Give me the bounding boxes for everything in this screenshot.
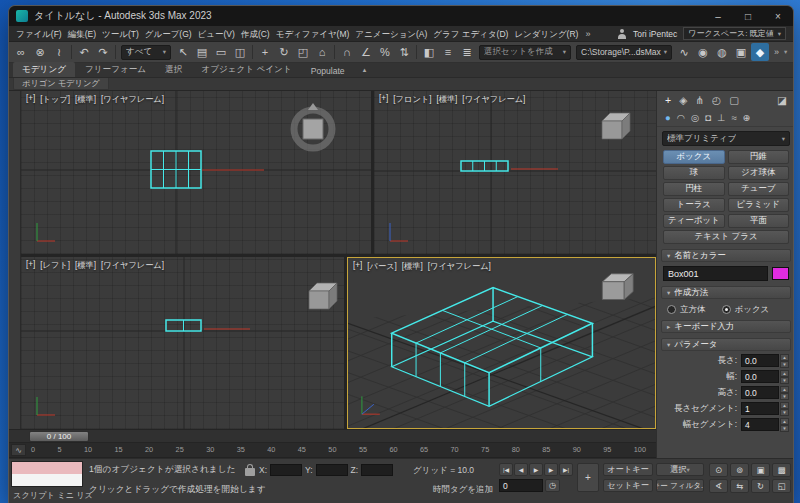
viewport-top-label-seg-0[interactable]: [+]: [26, 94, 35, 105]
spinner-up-icon[interactable]: ▲: [780, 402, 789, 409]
z-coordinate-field[interactable]: [361, 464, 393, 476]
viewport-top-canvas[interactable]: [21, 91, 371, 254]
zoom-extents-button[interactable]: ▣: [751, 463, 770, 477]
time-configuration-button[interactable]: ◷: [545, 479, 560, 492]
parameter-value-field[interactable]: 0.0: [741, 386, 779, 399]
select-and-rotate-icon[interactable]: ↻: [275, 43, 293, 61]
window-crossing-icon[interactable]: ◫: [231, 43, 249, 61]
motion-tab-icon[interactable]: ◴: [712, 94, 721, 106]
view-cube[interactable]: [602, 113, 630, 139]
add-time-tag[interactable]: 時間タグを追加: [433, 484, 493, 496]
align-icon[interactable]: ≡: [439, 43, 457, 61]
key-selection-set-dropdown[interactable]: 選択 ▾: [656, 463, 704, 476]
spinner-down-icon[interactable]: ▼: [780, 361, 789, 368]
spinner-arrows[interactable]: ▲▼: [780, 386, 789, 399]
minimize-button[interactable]: –: [703, 6, 733, 26]
view-cube[interactable]: [294, 103, 332, 148]
listener-row[interactable]: [12, 474, 82, 486]
object-type-button-5[interactable]: チューブ: [728, 182, 790, 196]
bind-to-space-warp-icon[interactable]: ≀: [50, 43, 68, 61]
creation-method-option-0[interactable]: 立方体: [667, 304, 706, 316]
ribbon-tab-0[interactable]: モデリング: [13, 62, 75, 77]
named-selection-set-dropdown[interactable]: 選択セットを作成 ▾: [479, 45, 571, 60]
previous-frame-button[interactable]: ◀: [514, 463, 528, 476]
select-and-place-icon[interactable]: ⌂: [313, 43, 331, 61]
menu-item-9[interactable]: レンダリング(R): [511, 26, 581, 42]
spinner-up-icon[interactable]: ▲: [780, 418, 789, 425]
modify-tab-icon[interactable]: ◈: [679, 94, 687, 106]
workspace-selector[interactable]: ワークスペース: 既定値 ▾: [683, 27, 786, 40]
geometry-category-icon[interactable]: ●: [665, 112, 671, 123]
zoom-button[interactable]: ⊙: [709, 463, 728, 477]
select-and-link-icon[interactable]: ∞: [12, 43, 30, 61]
menu-item-7[interactable]: アニメーション(A): [352, 26, 430, 42]
viewport-persp-label-seg-2[interactable]: [標準]: [402, 261, 423, 272]
maximize-button[interactable]: □: [733, 6, 763, 26]
object-type-button-1[interactable]: 円錐: [728, 150, 790, 164]
time-slider-handle[interactable]: 0 / 100: [29, 431, 89, 442]
rollout-parameters[interactable]: ▾ パラメータ: [661, 338, 791, 351]
maxscript-mini-listener[interactable]: [11, 461, 83, 487]
object-type-button-3[interactable]: ジオ球体: [728, 166, 790, 180]
viewport-top-label-seg-1[interactable]: [トップ]: [40, 94, 70, 105]
creation-method-option-1[interactable]: ボックス: [722, 304, 770, 316]
spinner-up-icon[interactable]: ▲: [780, 370, 789, 377]
box-wireframe-top[interactable]: [151, 151, 201, 188]
zoom-extents-all-button[interactable]: ▩: [772, 463, 791, 477]
redo-icon[interactable]: ↷: [94, 43, 112, 61]
rollout-creation-method[interactable]: ▾ 作成方法: [661, 286, 791, 299]
ribbon-tab-4[interactable]: Populate: [302, 64, 354, 77]
ribbon-tab-2[interactable]: 選択: [156, 62, 191, 77]
hierarchy-tab-icon[interactable]: ⋔: [695, 94, 704, 106]
object-type-button-2[interactable]: 球: [663, 166, 725, 180]
view-cube[interactable]: [602, 274, 633, 300]
cameras-category-icon[interactable]: ◘: [705, 112, 711, 123]
object-type-button-10[interactable]: テキスト プラス: [663, 230, 789, 244]
select-by-name-icon[interactable]: ▤: [193, 43, 211, 61]
mirror-icon[interactable]: ◧: [420, 43, 438, 61]
next-frame-button[interactable]: ▶: [544, 463, 558, 476]
menu-item-5[interactable]: 作成(C): [238, 26, 273, 42]
signed-in-user[interactable]: Tori iPentec: [633, 29, 677, 39]
utilities-tab-icon[interactable]: ◪: [777, 94, 787, 106]
spinner-arrows[interactable]: ▲▼: [780, 402, 789, 415]
ribbon-tab-3[interactable]: オブジェクト ペイント: [192, 62, 300, 77]
key-mode-toggle-button[interactable]: +: [577, 463, 599, 492]
viewport-left-canvas[interactable]: [21, 257, 344, 429]
curve-editor-icon[interactable]: ∿: [675, 43, 693, 61]
y-coordinate-field[interactable]: [316, 464, 348, 476]
x-coordinate-field[interactable]: [270, 464, 302, 476]
viewport-front-label-seg-3[interactable]: [ワイヤフレーム]: [462, 94, 525, 105]
systems-category-icon[interactable]: ⊕: [743, 112, 751, 123]
ribbon-tab-1[interactable]: フリーフォーム: [76, 62, 155, 77]
unlink-selection-icon[interactable]: ⊗: [31, 43, 49, 61]
select-and-scale-icon[interactable]: ◰: [294, 43, 312, 61]
go-to-start-button[interactable]: |◀: [499, 463, 513, 476]
viewport-front-canvas[interactable]: [374, 91, 656, 254]
spinner-down-icon[interactable]: ▼: [780, 409, 789, 416]
orbit-button[interactable]: ↻: [751, 479, 770, 493]
key-filters-button[interactable]: キー フィルタ...: [656, 479, 704, 492]
angle-snap-icon[interactable]: ∠: [357, 43, 375, 61]
ribbon-panel-polygon-modeling[interactable]: ポリゴン モデリング: [13, 78, 109, 90]
spinner-down-icon[interactable]: ▼: [780, 425, 789, 432]
menu-item-0[interactable]: ファイル(F): [13, 26, 65, 42]
viewport-front-label-seg-1[interactable]: [フロント]: [393, 94, 431, 105]
viewport-top-label-seg-3[interactable]: [ワイヤフレーム]: [101, 94, 164, 105]
current-frame-field[interactable]: 0: [499, 479, 543, 492]
menu-item-6[interactable]: モディファイヤ(M): [273, 26, 353, 42]
field-of-view-button[interactable]: ∢: [709, 479, 728, 493]
viewport-persp-canvas[interactable]: [348, 258, 655, 428]
object-type-button-6[interactable]: トーラス: [663, 198, 725, 212]
display-tab-icon[interactable]: ▢: [729, 94, 739, 106]
user-avatar-icon[interactable]: [617, 29, 627, 39]
percent-snap-icon[interactable]: %: [376, 43, 394, 61]
macro-recorder-row[interactable]: [12, 462, 82, 474]
helpers-category-icon[interactable]: ⊥: [717, 112, 725, 123]
menu-overflow-icon[interactable]: »: [581, 29, 594, 39]
spinner-arrows[interactable]: ▲▼: [780, 370, 789, 383]
menu-item-8[interactable]: グラフ エディタ(D): [430, 26, 511, 42]
selection-filter-dropdown[interactable]: すべて ▾: [121, 45, 171, 60]
viewport-left-label-seg-2[interactable]: [標準]: [75, 260, 96, 271]
parameter-value-field[interactable]: 0.0: [741, 370, 779, 383]
